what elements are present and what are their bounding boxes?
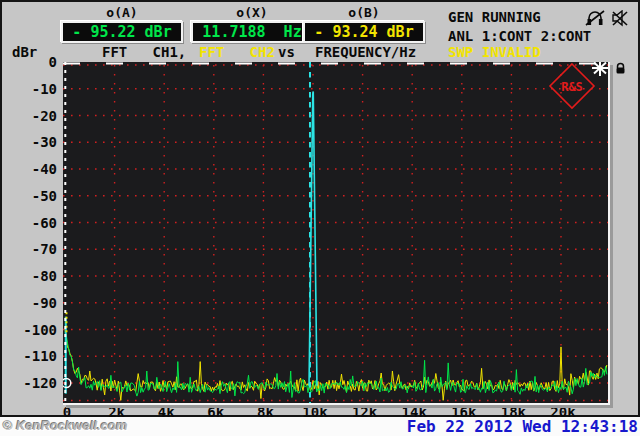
spectrum-plot: R&S: [63, 62, 610, 405]
x-axis-title: FREQUENCY/Hz: [315, 44, 416, 60]
y-tick-label: -60: [2, 215, 57, 231]
footer-strip: © KenRockwell.com Feb 22 2012 Wed 12:43:…: [0, 417, 640, 436]
rohde-schwarz-logo: R&S: [550, 64, 594, 108]
y-tick-label: -90: [2, 295, 57, 311]
y-tick-label: 0: [2, 54, 57, 70]
headphones-muted-icon: [585, 10, 605, 27]
sweep-status: SWP INVALID: [448, 44, 541, 60]
cursor-a-value: - 95.22 dBr: [72, 23, 171, 41]
y-tick-label: -40: [2, 161, 57, 177]
cursor-b-value: - 93.24 dBr: [314, 23, 413, 41]
datetime-display: Feb 22 2012 Wed 12:43:18: [407, 417, 638, 436]
y-tick-label: -120: [2, 375, 57, 391]
rs-logo-text: R&S: [561, 80, 583, 94]
cursor-lines: [63, 62, 317, 403]
cursor-b-value-box: - 93.24 dBr: [303, 21, 425, 43]
y-tick-label: -10: [2, 81, 57, 97]
star-icon: [592, 62, 608, 76]
analyzer-screen: o(A) o(X) o(B) - 95.22 dBr 11.7188 Hz - …: [0, 0, 640, 417]
trace1-label: FFT CH1,: [102, 44, 186, 60]
y-tick-label: -30: [2, 134, 57, 150]
cursor-a-label: o(A): [62, 5, 182, 20]
vs-label: vs: [278, 44, 295, 60]
cursor-b-label: o(B): [304, 5, 424, 20]
y-tick-label: -50: [2, 188, 57, 204]
grid-lines: [63, 65, 608, 403]
speaker-muted-icon: [611, 10, 629, 27]
trace2-label: FFT CH2: [199, 44, 275, 60]
generator-status: GEN RUNNING: [448, 9, 541, 25]
y-tick-label: -110: [2, 348, 57, 364]
analyzer-status: ANL 1:CONT 2:CONT: [448, 28, 591, 44]
cursor-a-value-box: - 95.22 dBr: [61, 21, 183, 43]
watermark: © KenRockwell.com: [3, 418, 127, 433]
y-tick-label: -80: [2, 268, 57, 284]
lock-icon: [614, 62, 627, 75]
cursor-x-value: 11.7188 Hz: [202, 23, 301, 41]
cursor-x-label: o(X): [192, 5, 312, 20]
y-tick-label: -20: [2, 108, 57, 124]
cursor-x-value-box: 11.7188 Hz: [191, 21, 313, 43]
y-tick-label: -70: [2, 241, 57, 257]
y-tick-label: -100: [2, 322, 57, 338]
